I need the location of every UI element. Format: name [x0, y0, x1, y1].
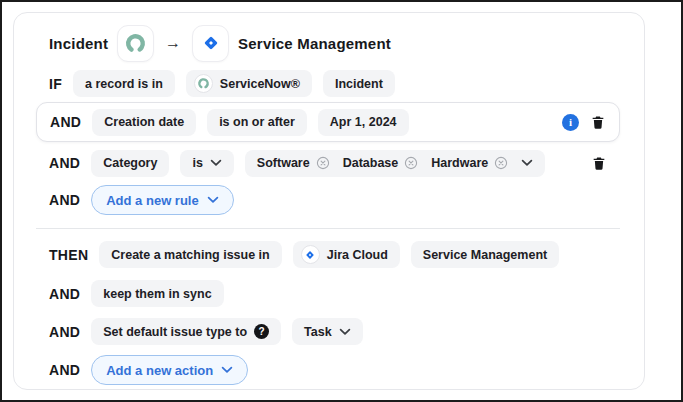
add-action-button[interactable]: Add a new action: [91, 355, 248, 385]
remove-value-icon[interactable]: [404, 156, 418, 170]
value-chip-database: Database: [343, 156, 419, 170]
issue-type-text: Set default issue type to: [103, 325, 247, 339]
source-block-title: Incident: [49, 35, 108, 52]
chip-label: Hardware: [431, 156, 488, 170]
chevron-down-icon: [210, 159, 222, 167]
and-keyword: AND: [49, 192, 80, 208]
value-chip-hardware: Hardware: [431, 156, 508, 170]
and-keyword: AND: [49, 155, 80, 171]
issue-type-text-pill: Set default issue type to ?: [91, 318, 281, 345]
issue-type-row: AND Set default issue type to ? Task: [36, 318, 620, 345]
servicenow-icon: [194, 74, 213, 93]
source-tool-label: ServiceNow®: [220, 77, 300, 91]
help-icon[interactable]: ?: [254, 324, 269, 339]
chevron-down-icon: [221, 366, 233, 374]
chevron-down-icon: [339, 328, 351, 336]
trash-icon[interactable]: [590, 114, 606, 131]
remove-value-icon[interactable]: [316, 156, 330, 170]
servicenow-app-badge[interactable]: [117, 25, 154, 62]
flow-direction-arrow: →: [163, 34, 183, 52]
operator-label: is: [192, 156, 202, 170]
jira-icon: [199, 31, 223, 55]
issue-type-value-pill[interactable]: Task: [292, 318, 363, 345]
jira-app-badge[interactable]: [192, 25, 229, 62]
trash-icon[interactable]: [591, 155, 607, 172]
then-keyword: THEN: [49, 247, 88, 263]
category-values-multiselect[interactable]: Software Database Hardware: [245, 150, 545, 177]
remove-value-icon[interactable]: [494, 156, 508, 170]
chevron-down-icon: [521, 159, 533, 167]
create-issue-pill: Create a matching issue in: [99, 241, 281, 268]
and-keyword: AND: [49, 362, 80, 378]
issue-type-value: Task: [304, 325, 332, 339]
chip-label: Software: [257, 156, 310, 170]
record-is-in-pill: a record is in: [73, 70, 175, 97]
target-tool-label: Jira Cloud: [327, 248, 388, 262]
chip-label: Database: [343, 156, 399, 170]
if-row: IF a record is in ServiceNow® Incident: [36, 70, 620, 97]
and-keyword: AND: [49, 286, 80, 302]
then-row: THEN Create a matching issue in Jira Clo…: [36, 241, 620, 268]
date-rule-row[interactable]: AND Creation date is on or after Apr 1, …: [36, 102, 620, 142]
if-keyword: IF: [49, 76, 62, 92]
category-rule-row: AND Category is Software Database: [36, 148, 620, 178]
add-rule-button[interactable]: Add a new rule: [91, 185, 233, 215]
and-keyword: AND: [49, 324, 80, 340]
and-keyword: AND: [50, 114, 81, 130]
date-field-pill[interactable]: Creation date: [92, 109, 196, 136]
chevron-down-icon: [207, 196, 219, 204]
value-chip-software: Software: [257, 156, 330, 170]
flow-builder-card: Incident → Service Management IF a recor…: [13, 12, 645, 390]
add-action-row: AND Add a new action: [36, 355, 620, 385]
source-tool-pill[interactable]: ServiceNow®: [186, 70, 312, 97]
flow-header: Incident → Service Management: [36, 25, 620, 61]
target-project-pill[interactable]: Service Management: [411, 241, 559, 268]
screenshot-frame: Incident → Service Management IF a recor…: [0, 0, 683, 402]
jira-icon: [301, 245, 320, 264]
add-action-label: Add a new action: [106, 363, 213, 378]
target-tool-pill[interactable]: Jira Cloud: [293, 241, 400, 268]
sync-row: AND keep them in sync: [36, 280, 620, 307]
section-divider: [36, 228, 620, 229]
keep-in-sync-pill: keep them in sync: [91, 280, 223, 307]
date-value-pill[interactable]: Apr 1, 2024: [318, 109, 409, 136]
servicenow-icon: [124, 32, 147, 55]
add-rule-row: AND Add a new rule: [36, 185, 620, 215]
category-field-pill[interactable]: Category: [91, 150, 169, 177]
category-operator-pill[interactable]: is: [180, 150, 233, 177]
source-block-pill[interactable]: Incident: [323, 70, 395, 97]
target-project-title: Service Management: [238, 35, 391, 52]
info-icon[interactable]: i: [562, 114, 579, 131]
add-rule-label: Add a new rule: [106, 193, 198, 208]
date-operator-pill[interactable]: is on or after: [207, 109, 307, 136]
